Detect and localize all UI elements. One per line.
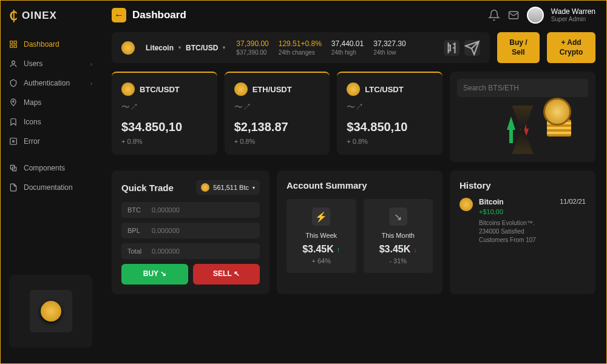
doc-icon <box>9 183 18 192</box>
x-box-icon <box>9 137 18 146</box>
sidebar-item-label: Error <box>24 137 40 146</box>
chevron-right-icon: › <box>90 80 92 87</box>
sparkline-icon: 〜↗ <box>121 102 208 113</box>
svg-rect-3 <box>14 45 16 47</box>
logo-mark: ₵ <box>9 8 18 24</box>
crypto-artwork <box>457 104 588 155</box>
ticker-stat: 37,440.01 24th high <box>331 39 364 56</box>
candle-icon[interactable] <box>444 40 459 56</box>
price-value: $2,138.87 <box>234 120 320 134</box>
sidebar-item-components[interactable]: Components <box>1 158 101 178</box>
chevron-down-icon: ▾ <box>223 45 225 50</box>
coin-icon <box>121 41 135 55</box>
grid-icon <box>9 40 18 49</box>
sidebar-item-label: Authentication <box>24 79 70 87</box>
sidebar-item-dashboard[interactable]: Dashboard <box>1 35 101 54</box>
sidebar-item-label: Maps <box>24 98 41 107</box>
ticker-stat: 37,390.00 $37,390.00 <box>236 39 268 56</box>
history-card: History Bitcoin +$10,00 Bitcoins Evoluti… <box>450 170 595 294</box>
svg-rect-1 <box>14 41 16 44</box>
coin-icon <box>234 83 248 96</box>
trade-row-label: Total <box>127 248 152 255</box>
sparkline-icon: 〜↗ <box>234 102 320 113</box>
sidebar-item-icons[interactable]: Icons <box>1 112 101 132</box>
sidebar-widget <box>9 275 92 348</box>
sell-button[interactable]: SELL ↖ <box>193 264 260 285</box>
avatar[interactable] <box>527 7 544 24</box>
price-value: $34.850,10 <box>347 120 433 134</box>
bolt-icon: ⚡ <box>312 207 330 226</box>
mail-icon[interactable] <box>507 9 520 21</box>
trade-amount-input[interactable] <box>152 248 254 255</box>
sparkline-icon: 〜↗ <box>347 102 433 113</box>
ticker-stat: 37,327.30 24th low <box>373 39 405 56</box>
pair-label: ETH/USDT <box>253 85 292 94</box>
sidebar-item-label: Dashboard <box>24 40 59 49</box>
arrow-up-icon <box>507 116 515 130</box>
price-card[interactable]: LTC/USDT 〜↗ $34.850,10 + 0.8% <box>337 72 443 155</box>
trade-amount-input[interactable] <box>152 227 254 234</box>
balance-dropdown[interactable]: 561,511 Btc ▾ <box>196 180 260 195</box>
account-summary-title: Account Summary <box>287 180 433 190</box>
price-card[interactable]: BTC/USDT 〜↗ $34.850,10 + 0.8% <box>112 72 217 155</box>
buy-sell-button[interactable]: Buy / Sell <box>497 32 540 63</box>
buy-button[interactable]: BUY ↘ <box>121 264 188 285</box>
user-name: Wade Warren <box>551 8 595 16</box>
trade-input-row: BPL <box>121 223 260 238</box>
price-change: + 0.8% <box>347 138 433 145</box>
history-title: History <box>459 180 586 190</box>
coin-icon <box>121 83 135 96</box>
chevron-right-icon: › <box>90 61 92 67</box>
add-crypto-button[interactable]: + Add Crypto <box>547 32 595 63</box>
sidebar-item-label: Components <box>24 164 65 172</box>
pin-icon <box>9 98 18 107</box>
sidebar-item-documentation[interactable]: Documentation <box>1 178 101 197</box>
price-value: $34.850,10 <box>121 120 208 134</box>
sidebar-item-label: Icons <box>24 118 41 126</box>
history-item[interactable]: Bitcoin +$10,00 Bitcoins Evolution™. 234… <box>459 198 586 244</box>
shield-icon <box>9 79 18 87</box>
summary-box[interactable]: ↘ This Month $3.45K ↓ - 31% <box>364 199 433 273</box>
quick-trade-card: Quick Trade 561,511 Btc ▾ BTC BPL Total … <box>112 170 270 294</box>
sidebar-item-label: Documentation <box>24 183 73 192</box>
trade-row-label: BTC <box>127 206 152 214</box>
summary-box[interactable]: ⚡ This Week $3.45K ↑ + 64% <box>287 199 356 273</box>
brand-logo[interactable]: ₵ OINEX <box>1 8 101 35</box>
svg-point-4 <box>12 61 15 64</box>
back-button[interactable]: ← <box>112 8 126 22</box>
price-change: + 0.8% <box>121 138 208 145</box>
bell-icon[interactable] <box>488 9 500 21</box>
user-icon <box>9 59 18 68</box>
coin-icon <box>201 183 209 192</box>
user-role: Super Admin <box>551 16 595 22</box>
sidebar-item-authentication[interactable]: Authentication › <box>1 73 101 93</box>
safe-icon <box>30 290 72 332</box>
pair-label: LTC/USDT <box>365 85 403 94</box>
quick-trade-title: Quick Trade <box>121 183 174 193</box>
svg-point-5 <box>13 101 14 102</box>
main: ← Dashboard Wade Warren Super Admin Lite… <box>101 1 606 363</box>
ticker-stat: 129.51+0.8% 24th changes <box>279 39 322 56</box>
page-title: Dashboard <box>132 9 186 21</box>
trade-amount-input[interactable] <box>152 206 254 214</box>
sidebar-item-error[interactable]: Error <box>1 132 101 151</box>
price-card[interactable]: ETH/USDT 〜↗ $2,138.87 + 0.8% <box>225 72 330 155</box>
chevron-down-icon: ▾ <box>178 45 181 50</box>
trade-input-row: Total <box>121 243 260 259</box>
coin-stack-icon <box>541 94 577 136</box>
trade-input-row: BTC <box>121 202 260 218</box>
account-summary-card: Account Summary ⚡ This Week $3.45K ↑ + 6… <box>277 170 443 294</box>
search-card <box>450 72 595 162</box>
sidebar-item-users[interactable]: Users › <box>1 54 101 73</box>
copy-icon <box>9 164 18 172</box>
sidebar-item-maps[interactable]: Maps <box>1 93 101 112</box>
trade-row-label: BPL <box>127 227 152 234</box>
brand-text: OINEX <box>22 10 57 22</box>
price-change: + 0.8% <box>234 138 320 145</box>
svg-rect-0 <box>10 41 13 44</box>
sidebar-item-label: Users <box>24 59 42 68</box>
ticker-coin-select[interactable]: Litecoin▾ BTC/USD▾ <box>146 44 225 52</box>
topbar: ← Dashboard Wade Warren Super Admin <box>101 1 606 32</box>
user-block: Wade Warren Super Admin <box>551 8 595 22</box>
send-icon[interactable] <box>464 40 480 56</box>
